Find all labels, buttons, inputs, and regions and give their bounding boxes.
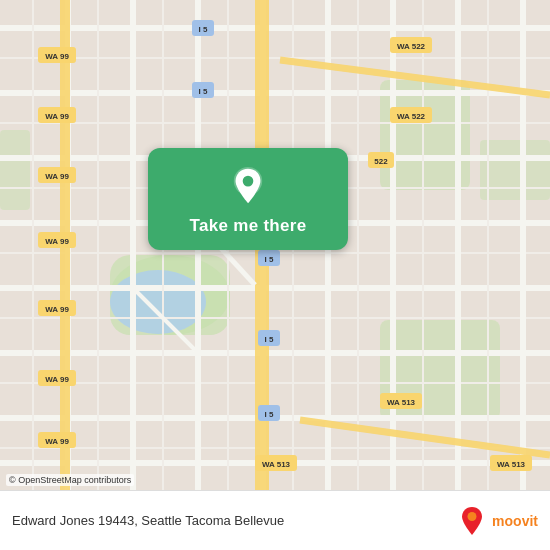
svg-rect-14 (0, 350, 550, 356)
svg-rect-38 (422, 0, 424, 490)
svg-text:WA 522: WA 522 (397, 112, 426, 121)
svg-text:WA 522: WA 522 (397, 42, 426, 51)
svg-text:WA 99: WA 99 (45, 375, 69, 384)
svg-text:WA 99: WA 99 (45, 112, 69, 121)
svg-text:WA 513: WA 513 (262, 460, 291, 469)
svg-rect-18 (0, 122, 550, 124)
osm-attribution: © OpenStreetMap contributors (6, 474, 134, 486)
map-container: WA 99 WA 99 WA 99 WA 99 WA 99 WA 99 WA 9… (0, 0, 550, 490)
svg-rect-23 (0, 447, 550, 449)
svg-text:WA 513: WA 513 (497, 460, 526, 469)
svg-rect-7 (480, 140, 550, 200)
svg-text:WA 99: WA 99 (45, 52, 69, 61)
take-me-there-button[interactable]: Take me there (148, 148, 348, 250)
svg-point-8 (110, 270, 206, 334)
location-info: Edward Jones 19443, Seattle Tacoma Belle… (12, 513, 284, 528)
svg-text:WA 99: WA 99 (45, 172, 69, 181)
svg-point-86 (468, 512, 477, 521)
svg-text:WA 99: WA 99 (45, 237, 69, 246)
svg-rect-21 (0, 317, 550, 319)
svg-text:I 5: I 5 (265, 410, 274, 419)
svg-text:I 5: I 5 (265, 255, 274, 264)
svg-text:I 5: I 5 (199, 87, 208, 96)
location-pin-icon (228, 166, 268, 206)
svg-rect-9 (0, 25, 550, 31)
svg-rect-10 (0, 90, 550, 96)
svg-rect-6 (0, 130, 30, 210)
button-label: Take me there (190, 216, 307, 236)
svg-text:WA 99: WA 99 (45, 305, 69, 314)
svg-text:I 5: I 5 (199, 25, 208, 34)
moovit-icon (454, 503, 490, 539)
svg-rect-32 (32, 0, 34, 490)
svg-rect-13 (0, 285, 550, 291)
svg-rect-25 (130, 0, 136, 490)
svg-rect-31 (520, 0, 526, 490)
moovit-text: moovit (492, 513, 538, 529)
svg-text:WA 99: WA 99 (45, 437, 69, 446)
info-bar: Edward Jones 19443, Seattle Tacoma Belle… (0, 490, 550, 550)
svg-text:WA 513: WA 513 (387, 398, 416, 407)
svg-rect-22 (0, 382, 550, 384)
svg-rect-17 (0, 57, 550, 59)
svg-point-84 (243, 176, 254, 187)
svg-text:522: 522 (374, 157, 388, 166)
svg-rect-33 (97, 0, 99, 490)
svg-text:I 5: I 5 (265, 335, 274, 344)
svg-rect-39 (487, 0, 489, 490)
moovit-logo: moovit (454, 503, 538, 539)
svg-rect-30 (455, 0, 461, 490)
